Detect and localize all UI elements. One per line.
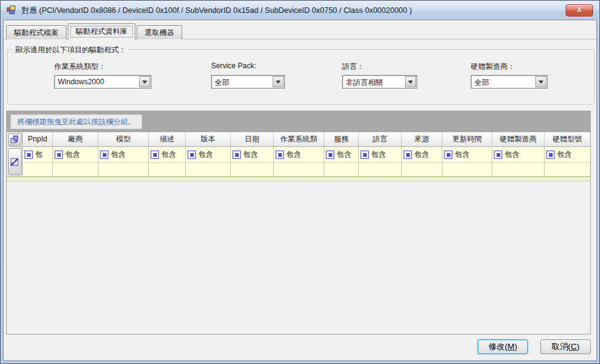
grid-empty-area bbox=[7, 181, 590, 334]
column-header-version[interactable]: 版本 bbox=[186, 132, 231, 147]
group-by-hint: 將欄標題拖曳至此處以按該欄分組。 bbox=[10, 114, 142, 129]
column-header-update-time[interactable]: 更新時間 bbox=[442, 132, 492, 147]
filter-cell-version[interactable]: 包含 bbox=[186, 147, 231, 162]
tab-select-machine[interactable]: 選取機器 bbox=[137, 25, 182, 39]
os-type-select[interactable]: Windows2000 bbox=[54, 75, 151, 89]
filter-condition-icon[interactable] bbox=[188, 151, 196, 159]
column-header-source[interactable]: 來源 bbox=[402, 132, 442, 147]
column-header-model[interactable]: 模型 bbox=[98, 132, 149, 147]
filter-cell-label: 包含 bbox=[161, 149, 176, 160]
filter-cell-pnpid[interactable]: 包 bbox=[23, 147, 53, 162]
column-header-os-type[interactable]: 作業系統類 bbox=[274, 132, 324, 147]
filter-condition-icon[interactable] bbox=[233, 151, 241, 159]
filter-condition-icon[interactable] bbox=[494, 151, 502, 159]
chevron-down-icon bbox=[408, 81, 413, 84]
column-customize-button[interactable] bbox=[8, 133, 22, 146]
language-dropdown-button[interactable] bbox=[405, 76, 416, 87]
filter-condition-icon[interactable] bbox=[404, 151, 412, 159]
filter-condition-icon[interactable] bbox=[361, 151, 369, 159]
cancel-button[interactable]: 取消(C) bbox=[540, 339, 591, 354]
filter-cell-hw-vendor[interactable]: 包含 bbox=[492, 147, 545, 162]
filter-edit-cell[interactable] bbox=[274, 162, 324, 176]
chevron-down-icon bbox=[538, 81, 543, 84]
language-select[interactable]: 非語言相關 bbox=[342, 75, 417, 89]
filter-cell-label: 包含 bbox=[557, 149, 572, 160]
filter-cell-label: 包 bbox=[35, 149, 42, 160]
tab-label: 選取機器 bbox=[145, 28, 174, 37]
filter-icon bbox=[10, 158, 18, 166]
column-header-vendor[interactable]: 廠商 bbox=[53, 132, 98, 147]
filter-edit-cell[interactable] bbox=[98, 162, 149, 176]
column-header-pnpid[interactable]: PnpId bbox=[23, 132, 53, 147]
filter-cell-os-type[interactable]: 包含 bbox=[274, 147, 324, 162]
column-header-hw-model[interactable]: 硬體型號 bbox=[545, 132, 590, 147]
filter-cell-label: 包含 bbox=[286, 149, 301, 160]
customize-columns-icon bbox=[10, 135, 19, 144]
filter-edit-row bbox=[23, 162, 590, 176]
filter-cell-date[interactable]: 包含 bbox=[231, 147, 274, 162]
filter-cell-source[interactable]: 包含 bbox=[402, 147, 442, 162]
chevron-down-icon bbox=[276, 81, 281, 84]
column-header-service[interactable]: 服務 bbox=[324, 132, 359, 147]
close-icon: X bbox=[577, 6, 582, 14]
group-by-panel: 將欄標題拖曳至此處以按該欄分組。 bbox=[7, 111, 590, 132]
filter-edit-cell[interactable] bbox=[545, 162, 590, 176]
modify-button[interactable]: 修改(M) bbox=[478, 339, 528, 354]
os-type-label: 作業系統類型： bbox=[54, 61, 106, 72]
indicator-header-cell bbox=[7, 132, 22, 147]
filter-condition-icon[interactable] bbox=[276, 151, 284, 159]
language-label: 語言： bbox=[342, 61, 364, 72]
label-part: ) bbox=[577, 342, 579, 351]
tab-label: 驅動程式檔案 bbox=[14, 28, 58, 37]
filter-edit-cell[interactable] bbox=[53, 162, 98, 176]
service-pack-dropdown-button[interactable] bbox=[273, 76, 284, 87]
filter-cell-update-time[interactable]: 包含 bbox=[442, 147, 492, 162]
filter-condition-icon[interactable] bbox=[151, 151, 159, 159]
filter-condition-icon[interactable] bbox=[546, 151, 554, 159]
tab-driver-files[interactable]: 驅動程式檔案 bbox=[6, 25, 66, 39]
edit-filter-button[interactable] bbox=[8, 148, 22, 175]
column-header-hw-vendor[interactable]: 硬體製造商 bbox=[492, 132, 545, 147]
auto-filter-row: 包 包含 包含 包含 包含 包含 包含 包含 包含 包含 包含 包含 包含 bbox=[23, 147, 590, 162]
driver-database-grid: 將欄標題拖曳至此處以按該欄分組。 bbox=[6, 111, 591, 334]
filter-condition-icon[interactable] bbox=[326, 151, 334, 159]
service-pack-select[interactable]: 全部 bbox=[211, 75, 285, 89]
column-header-language[interactable]: 語言 bbox=[359, 132, 402, 147]
modify-button-label: 修改(M) bbox=[489, 342, 518, 351]
filter-condition-icon[interactable] bbox=[444, 151, 452, 159]
filter-condition-icon[interactable] bbox=[100, 151, 108, 159]
filter-cell-description[interactable]: 包含 bbox=[149, 147, 186, 162]
filter-edit-cell[interactable] bbox=[149, 162, 186, 176]
tab-driver-database[interactable]: 驅動程式資料庫 bbox=[68, 23, 135, 40]
filter-edit-cell[interactable] bbox=[186, 162, 231, 176]
hw-vendor-select[interactable]: 全部 bbox=[471, 75, 548, 89]
app-icon[interactable] bbox=[7, 6, 17, 15]
indicator-filter-cell bbox=[7, 147, 22, 176]
filter-edit-cell[interactable] bbox=[442, 162, 492, 176]
filter-cell-service[interactable]: 包含 bbox=[324, 147, 359, 162]
filter-edit-cell[interactable] bbox=[359, 162, 402, 176]
filter-cell-label: 包含 bbox=[198, 149, 213, 160]
filter-edit-cell[interactable] bbox=[492, 162, 545, 176]
hw-vendor-dropdown-button[interactable] bbox=[535, 76, 546, 87]
filter-cell-hw-model[interactable]: 包含 bbox=[545, 147, 590, 162]
filter-condition-icon[interactable] bbox=[55, 151, 63, 159]
filter-edit-cell[interactable] bbox=[231, 162, 274, 176]
filter-cell-language[interactable]: 包含 bbox=[359, 147, 402, 162]
column-header-date[interactable]: 日期 bbox=[231, 132, 274, 147]
filter-cell-model[interactable]: 包含 bbox=[98, 147, 149, 162]
filter-edit-cell[interactable] bbox=[324, 162, 359, 176]
dialog-window: 對應 (PCI/VendorID 0x8086 / DeviceID 0x100… bbox=[0, 0, 600, 364]
os-type-dropdown-button[interactable] bbox=[139, 76, 150, 87]
filter-edit-cell[interactable] bbox=[23, 162, 53, 176]
filter-edit-cell[interactable] bbox=[402, 162, 442, 176]
close-button[interactable]: X bbox=[566, 4, 593, 17]
label-part: 取消( bbox=[551, 342, 570, 351]
groupbox-heading: 顯示適用於以下項目的驅動程式： bbox=[13, 45, 129, 55]
filter-cell-vendor[interactable]: 包含 bbox=[53, 147, 98, 162]
column-header-description[interactable]: 描述 bbox=[149, 132, 186, 147]
filter-condition-icon[interactable] bbox=[25, 151, 33, 159]
filter-cell-label: 包含 bbox=[243, 149, 258, 160]
filter-cell-label: 包含 bbox=[414, 149, 429, 160]
filter-cell-label: 包含 bbox=[65, 149, 80, 160]
